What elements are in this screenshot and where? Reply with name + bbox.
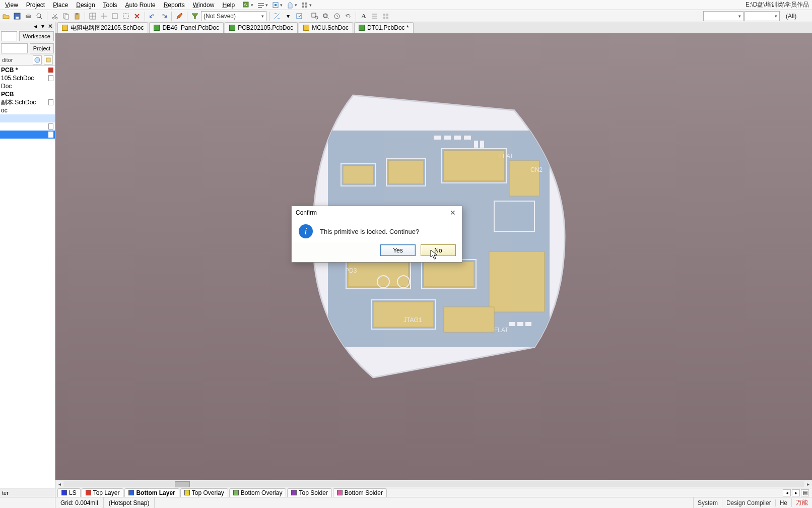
modal-overlay: Confirm ✕ i This primitive is locked. Co… xyxy=(0,0,812,508)
close-icon[interactable]: ✕ xyxy=(448,208,458,218)
dialog-title: Confirm xyxy=(296,209,317,216)
confirm-dialog: Confirm ✕ i This primitive is locked. Co… xyxy=(291,206,462,263)
info-icon: i xyxy=(299,224,313,238)
yes-button[interactable]: Yes xyxy=(380,244,416,256)
dialog-message: This primitive is locked. Continue? xyxy=(320,228,419,235)
no-button[interactable]: No xyxy=(421,244,456,256)
